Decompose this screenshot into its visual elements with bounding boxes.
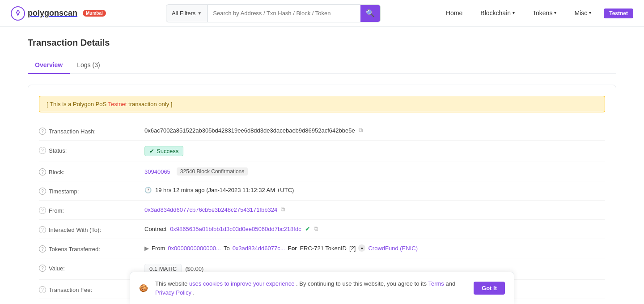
contract-address-link[interactable]: 0x9865635a01bfbb1d3c03d0ee05060dd7bc218f… (170, 226, 301, 232)
tab-logs[interactable]: Logs (3) (70, 57, 107, 74)
value-tokens-transferred: ▶ From 0x0000000000000... To 0x3ad834dd6… (144, 244, 605, 252)
nav-misc[interactable]: Misc ▾ (569, 9, 597, 17)
chevron-down-icon: ▾ (589, 10, 591, 15)
label-transaction-hash: ? Transaction Hash: (39, 127, 137, 135)
tab-bar: Overview Logs (3) (28, 57, 616, 74)
cookie-link-terms[interactable]: Terms (428, 280, 444, 287)
search-filter-button[interactable]: All Filters ▼ (166, 5, 208, 22)
logo-icon (11, 6, 25, 21)
help-icon[interactable]: ? (39, 245, 46, 253)
row-interacted-with: ? Interacted With (To): Contract 0x98656… (39, 220, 605, 239)
nav-home[interactable]: Home (441, 9, 468, 17)
token-icon: ● (358, 244, 365, 252)
confirmations-badge: 32540 Block Confirmations (177, 167, 248, 176)
cookie-link-improve[interactable]: uses cookies to improve your experience (189, 280, 295, 287)
label-from: ? From: (39, 206, 137, 214)
cookie-icon: 🍪 (139, 284, 148, 292)
status-badge: ✔ Success (144, 146, 183, 156)
label-block: ? Block: (39, 167, 137, 176)
token-transfer-row: ▶ From 0x0000000000000... To 0x3ad834dd6… (144, 244, 418, 252)
help-icon[interactable]: ? (39, 286, 46, 293)
svg-point-0 (11, 7, 25, 20)
help-icon[interactable]: ? (39, 128, 46, 135)
value-interacted-with: Contract 0x9865635a01bfbb1d3c03d0ee05060… (144, 225, 605, 232)
label-interacted-with: ? Interacted With (To): (39, 225, 137, 233)
help-icon[interactable]: ? (39, 265, 46, 272)
value-block: 30940065 32540 Block Confirmations (144, 167, 605, 176)
copy-hash-icon[interactable]: ⧉ (359, 127, 363, 134)
label-value: ? Value: (39, 264, 137, 272)
usd-amount: ($0.00) (185, 265, 203, 272)
from-address-link[interactable]: 0x3ad834dd6077cb76cb5e3b248c27543171fbb3… (144, 206, 277, 213)
label-tokens-transferred: ? Tokens Transferred: (39, 244, 137, 253)
copy-from-icon[interactable]: ⧉ (281, 206, 285, 213)
network-badge: Mumbai (83, 10, 106, 17)
search-bar: All Filters ▼ 🔍 (166, 4, 381, 22)
filter-label: All Filters (172, 10, 195, 17)
label-status: ? Status: (39, 146, 137, 154)
verified-icon: ✔ (305, 225, 310, 232)
transaction-card: [ This is a Polygon PoS Testnet transact… (28, 85, 616, 304)
value-status: ✔ Success (144, 146, 605, 156)
value-from: 0x3ad834dd6077cb76cb5e3b248c27543171fbb3… (144, 206, 605, 213)
alert-highlight: Testnet (108, 101, 127, 107)
nav-blockchain[interactable]: Blockchain ▾ (475, 9, 520, 17)
clock-icon: 🕐 (144, 187, 152, 193)
testnet-badge[interactable]: Testnet (604, 9, 633, 18)
row-block: ? Block: 30940065 32540 Block Confirmati… (39, 162, 605, 181)
help-icon[interactable]: ? (39, 147, 46, 154)
tab-overview[interactable]: Overview (28, 57, 70, 74)
main-content: Transaction Details Overview Logs (3) [ … (13, 27, 631, 304)
value-transaction-hash: 0x6ac7002a851522ab305bd428319ee6d8dd3de3… (144, 127, 605, 134)
search-input[interactable] (208, 5, 360, 22)
help-icon[interactable]: ? (39, 226, 46, 233)
chevron-down-icon: ▼ (197, 11, 202, 16)
logo[interactable]: polygonscan (11, 6, 77, 21)
cookie-banner: 🍪 This website uses cookies to improve y… (130, 272, 514, 304)
row-from: ? From: 0x3ad834dd6077cb76cb5e3b248c2754… (39, 201, 605, 220)
token-name-link[interactable]: CrowdFund (ENIC) (368, 245, 418, 252)
label-transaction-fee: ? Transaction Fee: (39, 285, 137, 293)
copy-contract-icon[interactable]: ⧉ (314, 225, 318, 232)
token-to-address-link[interactable]: 0x3ad834dd6077c... (233, 245, 285, 252)
testnet-alert: [ This is a Polygon PoS Testnet transact… (39, 96, 605, 112)
header-left: polygonscan Mumbai (11, 6, 106, 21)
row-timestamp: ? Timestamp: 🕐 19 hrs 12 mins ago (Jan-1… (39, 181, 605, 201)
got-it-button[interactable]: Got It (474, 282, 505, 295)
chevron-down-icon: ▾ (513, 10, 515, 15)
header-right: Home Blockchain ▾ Tokens ▾ Misc ▾ Testne… (441, 9, 633, 18)
svg-point-1 (17, 10, 19, 12)
help-icon[interactable]: ? (39, 168, 46, 176)
transfer-arrow-icon: ▶ (144, 245, 149, 252)
help-icon[interactable]: ? (39, 207, 46, 214)
header: polygonscan Mumbai All Filters ▼ 🔍 Home … (0, 0, 644, 27)
page-title: Transaction Details (28, 38, 616, 48)
row-tokens-transferred: ? Tokens Transferred: ▶ From 0x000000000… (39, 239, 605, 258)
block-number-link[interactable]: 30940065 (144, 168, 170, 175)
nav-tokens[interactable]: Tokens ▾ (527, 9, 562, 17)
cookie-text: This website uses cookies to improve you… (155, 279, 466, 297)
help-icon[interactable]: ? (39, 188, 46, 195)
search-icon: 🔍 (366, 9, 375, 17)
row-transaction-hash: ? Transaction Hash: 0x6ac7002a851522ab30… (39, 121, 605, 141)
value-timestamp: 🕐 19 hrs 12 mins ago (Jan-14-2023 11:12:… (144, 187, 605, 193)
cookie-link-privacy[interactable]: Privacy Policy (155, 289, 191, 296)
search-button[interactable]: 🔍 (360, 5, 380, 22)
logo-text: polygonscan (28, 9, 77, 18)
row-status: ? Status: ✔ Success (39, 141, 605, 162)
token-from-address-link[interactable]: 0x0000000000000... (168, 245, 221, 252)
check-icon: ✔ (149, 148, 154, 154)
chevron-down-icon: ▾ (554, 10, 556, 15)
label-timestamp: ? Timestamp: (39, 187, 137, 195)
